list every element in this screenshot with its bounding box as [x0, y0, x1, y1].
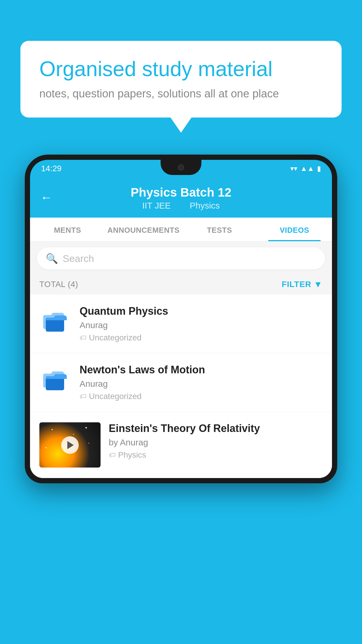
- folder-icon-container: [39, 305, 71, 337]
- subtitle-tag2: Physics: [190, 201, 220, 210]
- folder-icon: [42, 367, 68, 393]
- list-item[interactable]: Quantum Physics Anurag 🏷 Uncategorized: [30, 295, 332, 353]
- video-info: Quantum Physics Anurag 🏷 Uncategorized: [80, 305, 323, 342]
- app-header: ← Physics Batch 12 IIT JEE Physics: [30, 177, 332, 218]
- video-tag: 🏷 Uncategorized: [80, 333, 323, 342]
- phone-container: 14:29 ▾▾ ▲▲ ▮ ← Physics Batch 12 IIT JEE…: [25, 155, 337, 644]
- status-icons: ▾▾ ▲▲ ▮: [290, 164, 321, 173]
- video-title: Newton's Laws of Motion: [80, 364, 323, 376]
- tab-tests[interactable]: TESTS: [182, 218, 257, 241]
- subtitle-tag1: IIT JEE: [142, 201, 171, 210]
- video-tag: 🏷 Uncategorized: [80, 392, 323, 401]
- search-icon: 🔍: [46, 253, 58, 264]
- folder-icon: [42, 308, 68, 334]
- list-item[interactable]: Einstein's Theory Of Relativity by Anura…: [30, 412, 332, 478]
- video-info: Newton's Laws of Motion Anurag 🏷 Uncateg…: [80, 364, 323, 401]
- tag-icon: 🏷: [109, 451, 116, 459]
- phone-screen: ← Physics Batch 12 IIT JEE Physics MENTS…: [30, 177, 332, 478]
- signal-icon: ▲▲: [300, 164, 314, 173]
- tag-icon: 🏷: [80, 334, 87, 342]
- filter-bar: TOTAL (4) FILTER ▼: [30, 274, 332, 295]
- video-author: by Anurag: [109, 438, 323, 447]
- video-title: Quantum Physics: [80, 305, 323, 317]
- wifi-icon: ▾▾: [290, 164, 297, 173]
- star-decorations: [39, 422, 101, 468]
- status-bar: 14:29 ▾▾ ▲▲ ▮: [30, 160, 332, 177]
- back-button[interactable]: ←: [40, 190, 52, 204]
- speech-bubble-container: Organised study material notes, question…: [20, 41, 342, 118]
- camera-dot: [178, 164, 184, 171]
- search-bar[interactable]: 🔍 Search: [37, 247, 325, 270]
- tabs-bar: MENTS ANNOUNCEMENTS TESTS VIDEOS: [30, 218, 332, 242]
- bubble-title: Organised study material: [39, 57, 323, 81]
- status-time: 14:29: [41, 164, 61, 173]
- batch-subtitle: IIT JEE Physics: [139, 201, 223, 211]
- folder-icon-container: [39, 364, 71, 396]
- tag-icon: 🏷: [80, 392, 87, 400]
- tab-ments[interactable]: MENTS: [30, 218, 105, 241]
- tag-label: Uncategorized: [89, 392, 142, 401]
- total-count: TOTAL (4): [39, 280, 78, 289]
- tag-label: Uncategorized: [89, 333, 142, 342]
- video-info: Einstein's Theory Of Relativity by Anura…: [109, 422, 323, 460]
- filter-label: FILTER: [282, 280, 311, 289]
- list-item[interactable]: Newton's Laws of Motion Anurag 🏷 Uncateg…: [30, 353, 332, 412]
- tab-videos[interactable]: VIDEOS: [257, 218, 332, 241]
- subtitle-separator: [179, 201, 184, 210]
- phone-outer: 14:29 ▾▾ ▲▲ ▮ ← Physics Batch 12 IIT JEE…: [25, 155, 337, 483]
- video-author: Anurag: [80, 379, 323, 389]
- video-tag: 🏷 Physics: [109, 450, 323, 460]
- video-list: Quantum Physics Anurag 🏷 Uncategorized: [30, 295, 332, 478]
- tab-announcements[interactable]: ANNOUNCEMENTS: [105, 218, 182, 241]
- video-author: Anurag: [80, 320, 323, 330]
- battery-icon: ▮: [317, 164, 321, 173]
- speech-bubble: Organised study material notes, question…: [20, 41, 342, 118]
- video-thumbnail: [39, 422, 101, 468]
- filter-button[interactable]: FILTER ▼: [282, 279, 323, 289]
- phone-notch: [161, 160, 201, 175]
- video-title: Einstein's Theory Of Relativity: [109, 422, 323, 435]
- bubble-subtitle: notes, question papers, solutions all at…: [39, 88, 323, 100]
- batch-title: Physics Batch 12: [131, 186, 231, 200]
- search-placeholder: Search: [63, 253, 94, 264]
- search-container: 🔍 Search: [30, 242, 332, 274]
- filter-funnel-icon: ▼: [314, 279, 323, 289]
- tag-label: Physics: [118, 450, 146, 460]
